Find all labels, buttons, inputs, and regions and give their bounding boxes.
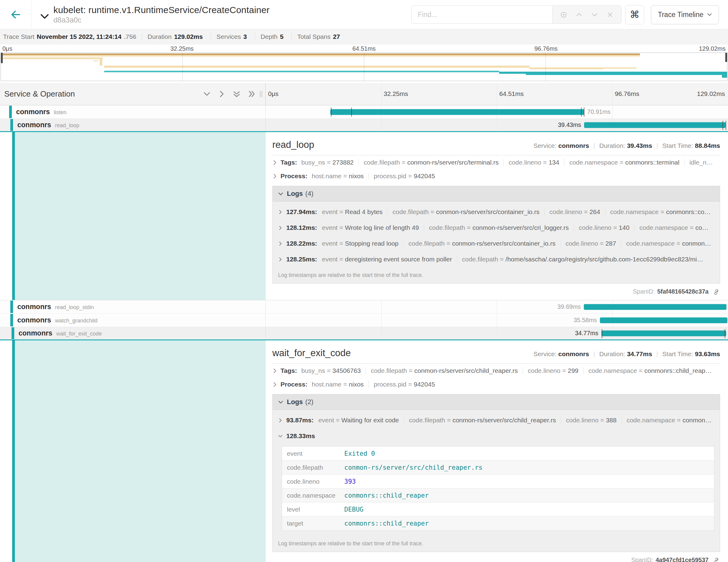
chevron-down-icon: [707, 12, 712, 17]
span-detail-panel-read-loop: read_loop Service:conmonrs | Duration:39…: [0, 132, 728, 300]
span-row-read-loop-stdin[interactable]: conmonrs read_loop_stdin 39.69ms: [0, 300, 728, 314]
span-bar[interactable]: 35.58ms: [600, 317, 727, 323]
span-id-label: SpanID:: [633, 288, 655, 295]
field-key: level: [282, 506, 344, 513]
trace-collapse-toggle[interactable]: [40, 12, 49, 22]
service-name: conmonrs: [16, 108, 50, 116]
chevron-right-icon: [272, 160, 277, 165]
chevron-right-icon: [278, 418, 283, 423]
span-bar[interactable]: 39.69ms: [584, 304, 727, 310]
minimap-span-bar: [722, 75, 727, 78]
service-value: conmonrs: [558, 142, 589, 149]
span-id-row: SpanID: 5faf48165428c37a: [272, 284, 720, 300]
tag-item: code.lineno=299: [523, 367, 579, 374]
field-value: DEBUG: [344, 506, 363, 513]
log-field: code.namespace=conmonrs::co…: [605, 208, 711, 216]
span-bar[interactable]: 34.77ms: [601, 330, 726, 336]
span-duration-label: 34.77ms: [575, 330, 598, 337]
summary-label: Total Spans: [297, 33, 331, 40]
span-row-read-loop[interactable]: conmonrs read_loop 39.43ms: [0, 119, 728, 132]
span-id-value: 4a947cfd1ce59537: [655, 557, 709, 562]
span-color-accent: [10, 314, 13, 326]
span-name-cell: conmonrs watch_grandchild: [0, 314, 266, 327]
find-clear-icon[interactable]: [606, 11, 614, 19]
chevron-right-icon: [272, 174, 277, 179]
log-field: event=Wrote log line of length 49: [322, 224, 419, 231]
summary-label: Trace Start: [3, 33, 34, 40]
logs-accordion-header[interactable]: Logs (2): [273, 394, 720, 410]
chevron-right-icon: [272, 382, 277, 387]
log-entry[interactable]: 128.12ms: event=Wrote log line of length…: [278, 220, 714, 236]
process-accordion[interactable]: Process: host.name=nixosprocess.pid=9420…: [272, 377, 720, 391]
log-entry[interactable]: 128.22ms: event=Stopping read loopcode.f…: [278, 236, 714, 251]
expand-all-icon[interactable]: [248, 90, 255, 97]
logs-title: Logs: [287, 398, 303, 406]
span-row-watch-grandchild[interactable]: conmonrs watch_grandchild 35.58ms: [0, 314, 728, 327]
log-entry[interactable]: 93.87ms: event=Waiting for exit codecode…: [278, 412, 714, 428]
tag-item: code.lineno=134: [503, 159, 559, 166]
minimap-span-bar: [526, 73, 727, 75]
tag-item: code.namespace=conmonrs::child_reap…: [583, 367, 712, 374]
minimap-span-bar: [93, 60, 98, 61]
summary-value: 3: [243, 33, 247, 40]
process-accordion[interactable]: Process: host.name=nixosprocess.pid=9420…: [272, 169, 720, 183]
field-key: code.lineno: [282, 478, 344, 485]
minimap-canvas[interactable]: [1, 53, 727, 81]
span-duration-label: 39.43ms: [558, 121, 581, 128]
find-scope-icon[interactable]: [560, 11, 567, 19]
span-bar-cell: 39.43ms: [266, 119, 728, 131]
summary-label: Services: [216, 33, 241, 40]
back-button[interactable]: [0, 0, 32, 29]
find-group: [411, 5, 621, 24]
log-entry-expanded-header[interactable]: 128.33ms: [273, 428, 720, 444]
field-key: event: [282, 450, 344, 457]
log-marker-tick: [331, 107, 332, 117]
summary-value: 27: [333, 33, 340, 40]
chevron-right-icon: [278, 241, 283, 246]
summary-item: Total Spans27: [291, 33, 342, 40]
start-time-value: 88.84ms: [695, 142, 720, 149]
span-row-listen[interactable]: conmonrs listen 70.91ms: [0, 105, 728, 119]
logs-count: (4): [305, 190, 314, 198]
view-selector-button[interactable]: Trace Timeline: [651, 5, 719, 24]
operation-name: read_loop: [55, 122, 79, 129]
column-resizer-grip[interactable]: [260, 91, 262, 97]
deep-link-icon[interactable]: [712, 556, 719, 562]
find-input[interactable]: [412, 6, 552, 23]
tag-item: code.filepath=conmon-rs/server/src/child…: [366, 367, 518, 374]
ruler-tick: 96.76ms: [615, 90, 639, 97]
minimap-left-drag-handle[interactable]: [1, 53, 3, 63]
collapse-all-icon[interactable]: [233, 90, 240, 97]
logs-accordion-header[interactable]: Logs (4): [273, 186, 720, 202]
tags-label: Tags:: [281, 367, 297, 374]
log-field: code.filepath=conmon-rs/server/src/conta…: [403, 240, 556, 247]
log-field: code.namespace=co…: [634, 224, 708, 231]
span-bar[interactable]: 39.43ms: [584, 122, 726, 128]
summary-item: Services3: [211, 33, 249, 40]
find-prev-icon[interactable]: [575, 11, 583, 19]
field-key: target: [282, 520, 344, 527]
tag-item: code.filepath=conmon-rs/server/src/termi…: [359, 159, 498, 166]
log-field: event=Read 4 bytes: [322, 208, 383, 216]
header-controls: ⌘ Trace Timeline: [411, 5, 719, 24]
start-time-label: Start Time:: [662, 142, 693, 149]
chevron-down-icon: [40, 12, 49, 21]
log-entry[interactable]: 127.94ms: event=Read 4 bytescode.filepat…: [278, 204, 714, 220]
log-entry[interactable]: 128.25ms: event=deregistering event sour…: [278, 251, 714, 267]
tags-accordion[interactable]: Tags: busy_ns=34506763code.filepath=conm…: [272, 364, 720, 377]
span-row-wait-for-exit-code[interactable]: conmonrs wait_for_exit_code 34.77ms: [0, 327, 728, 340]
keyboard-shortcuts-button[interactable]: ⌘: [625, 5, 644, 24]
tags-accordion[interactable]: Tags: busy_ns=273882code.filepath=conmon…: [272, 155, 720, 169]
span-color-accent: [9, 106, 12, 118]
log-fields-table: event Exited 0 code.filepath conmon-rs/s…: [282, 446, 714, 531]
minimap-right-drag-handle[interactable]: [725, 53, 727, 62]
logs-title: Logs: [287, 190, 303, 198]
expand-one-icon[interactable]: [218, 90, 225, 97]
deep-link-icon[interactable]: [712, 288, 719, 295]
collapse-one-icon[interactable]: [203, 90, 210, 97]
span-bar[interactable]: 70.91ms: [330, 109, 584, 115]
chevron-right-icon: [272, 368, 277, 373]
span-bar-cell: 70.91ms: [266, 105, 728, 118]
find-next-icon[interactable]: [591, 11, 598, 19]
log-field-row: code.filepath conmon-rs/server/src/child…: [282, 461, 714, 475]
